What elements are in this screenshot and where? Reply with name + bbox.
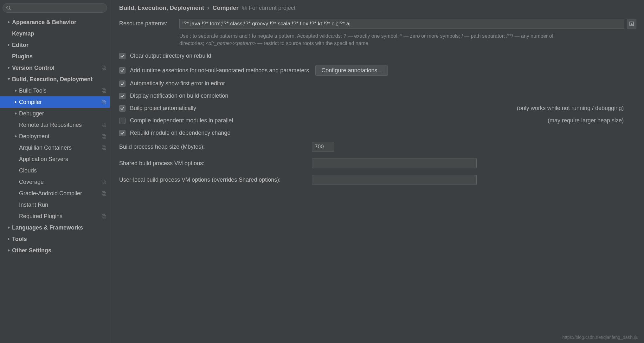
settings-search-input[interactable] (13, 5, 104, 11)
svg-rect-19 (103, 215, 106, 218)
chevron-right-icon (6, 249, 12, 252)
parallel-label: Compile independent modules in parallel (130, 117, 233, 124)
shared-vm-input[interactable] (312, 159, 477, 168)
sidebar-item-other-settings[interactable]: Other Settings (0, 245, 110, 256)
rebuild-dep-checkbox[interactable] (119, 130, 126, 136)
svg-line-1 (10, 9, 11, 10)
svg-rect-15 (103, 181, 106, 184)
user-vm-input[interactable] (312, 175, 477, 184)
sidebar-item-arquillian-containers[interactable]: Arquillian Containers (0, 142, 110, 153)
resource-patterns-input[interactable] (179, 19, 624, 29)
sidebar-item-label: Gradle-Android Compiler (19, 190, 101, 197)
chevron-down-icon (6, 78, 12, 81)
sidebar-item-version-control[interactable]: Version Control (0, 62, 110, 74)
chevron-right-icon (6, 66, 12, 69)
svg-rect-16 (102, 191, 105, 194)
breadcrumb-part-2: Compiler (212, 4, 238, 11)
svg-rect-7 (103, 101, 106, 104)
project-scope-icon (101, 122, 107, 127)
clear-output-checkbox-row[interactable]: Clear output directory on rebuild (119, 53, 636, 59)
sidebar-item-application-servers[interactable]: Application Servers (0, 153, 110, 165)
heap-size-input[interactable] (312, 142, 334, 152)
sidebar-item-instant-run[interactable]: Instant Run (0, 199, 110, 210)
resource-patterns-row: Resource patterns: (119, 19, 636, 29)
sidebar-item-required-plugins[interactable]: Required Plugins (0, 210, 110, 222)
auto-build-checkbox-row[interactable]: Build project automatically (only works … (119, 105, 636, 112)
settings-search[interactable] (3, 3, 107, 13)
chevron-right-icon (13, 135, 19, 138)
first-error-checkbox[interactable] (119, 81, 126, 87)
parallel-aux: (may require larger heap size) (548, 117, 636, 124)
svg-rect-2 (102, 66, 105, 69)
assertions-label: Add runtime assertions for not-null-anno… (130, 67, 309, 74)
sidebar-item-tools[interactable]: Tools (0, 233, 110, 245)
project-scope-icon (101, 145, 107, 150)
parallel-checkbox[interactable] (119, 118, 126, 124)
notify-label: Display notification on build completion (130, 93, 228, 99)
clear-output-checkbox[interactable] (119, 53, 126, 59)
assertions-checkbox[interactable] (119, 67, 126, 74)
sidebar-item-gradle-android-compiler[interactable]: Gradle-Android Compiler (0, 188, 110, 199)
user-vm-label: User-local build process VM options (ove… (119, 177, 312, 183)
resource-patterns-label: Resource patterns: (119, 19, 179, 27)
sidebar-item-label: Compiler (19, 99, 101, 106)
rebuild-dep-checkbox-row[interactable]: Rebuild module on dependency change (119, 130, 636, 136)
auto-build-checkbox[interactable] (119, 105, 126, 112)
expand-input-button[interactable] (627, 19, 636, 29)
sidebar-item-label: Appearance & Behavior (12, 19, 107, 26)
auto-build-label: Build project automatically (130, 105, 196, 112)
svg-rect-5 (103, 90, 106, 93)
notify-checkbox-row[interactable]: Display notification on build completion (119, 93, 636, 99)
sidebar-item-label: Coverage (19, 179, 101, 185)
resource-patterns-help: Use ; to separate patterns and ! to nega… (179, 32, 579, 47)
assertions-row: Add runtime assertions for not-null-anno… (119, 65, 636, 76)
sidebar-item-label: Deployment (19, 133, 101, 140)
auto-build-aux: (only works while not running / debuggin… (517, 105, 636, 112)
sidebar-item-label: Clouds (19, 167, 107, 174)
notify-checkbox[interactable] (119, 93, 126, 99)
svg-rect-14 (102, 180, 105, 183)
sidebar-item-editor[interactable]: Editor (0, 39, 110, 51)
sidebar-item-deployment[interactable]: Deployment (0, 131, 110, 142)
svg-rect-8 (102, 123, 105, 126)
svg-rect-3 (103, 67, 106, 70)
breadcrumb: Build, Execution, Deployment › Compiler … (119, 4, 636, 11)
sidebar-item-label: Keymap (12, 30, 107, 37)
expand-icon (629, 21, 634, 26)
sidebar-item-build-tools[interactable]: Build Tools (0, 85, 110, 96)
sidebar-item-remote-jar-repositories[interactable]: Remote Jar Repositories (0, 119, 110, 131)
settings-main: Build, Execution, Deployment › Compiler … (110, 0, 644, 343)
configure-annotations-button[interactable]: Configure annotations... (315, 65, 388, 76)
svg-rect-18 (102, 214, 105, 217)
assertions-checkbox-row[interactable]: Add runtime assertions for not-null-anno… (119, 67, 309, 74)
sidebar-item-clouds[interactable]: Clouds (0, 165, 110, 176)
chevron-right-icon (6, 21, 12, 24)
project-scope-icon (101, 134, 107, 139)
sidebar-item-plugins[interactable]: Plugins (0, 51, 110, 62)
sidebar-item-compiler[interactable]: Compiler (0, 96, 110, 108)
sidebar-item-appearance-behavior[interactable]: Appearance & Behavior (0, 16, 110, 28)
sidebar-item-languages-frameworks[interactable]: Languages & Frameworks (0, 222, 110, 233)
rebuild-dep-label: Rebuild module on dependency change (130, 130, 230, 136)
first-error-checkbox-row[interactable]: Automatically show first error in editor (119, 80, 636, 87)
scope-badge: For current project (242, 5, 295, 11)
settings-tree: Appearance & BehaviorKeymapEditorPlugins… (0, 15, 110, 256)
shared-vm-row: Shared build process VM options: (119, 159, 636, 168)
sidebar-item-label: Required Plugins (19, 213, 101, 220)
sidebar-item-build-execution-deployment[interactable]: Build, Execution, Deployment (0, 74, 110, 85)
sidebar-item-label: Remote Jar Repositories (19, 122, 101, 128)
sidebar-item-label: Arquillian Containers (19, 145, 101, 151)
sidebar-item-keymap[interactable]: Keymap (0, 28, 110, 39)
sidebar-item-debugger[interactable]: Debugger (0, 108, 110, 119)
sidebar-item-label: Application Servers (19, 156, 107, 163)
breadcrumb-separator: › (207, 4, 209, 11)
svg-rect-21 (243, 7, 246, 10)
svg-rect-13 (103, 147, 106, 150)
sidebar-item-label: Editor (12, 42, 107, 49)
svg-rect-6 (102, 100, 105, 103)
svg-rect-20 (242, 6, 245, 9)
sidebar-item-coverage[interactable]: Coverage (0, 176, 110, 188)
parallel-checkbox-row[interactable]: Compile independent modules in parallel … (119, 117, 636, 124)
project-scope-icon (242, 5, 247, 10)
project-scope-icon (101, 179, 107, 184)
